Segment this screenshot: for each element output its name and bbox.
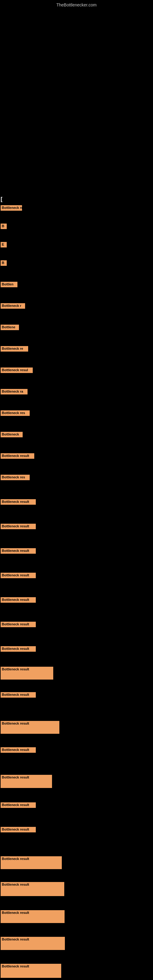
bottleneck-result-label: Bottleneck result	[1, 856, 62, 869]
bottleneck-result-label: Bottleneck resul	[1, 368, 33, 373]
bottleneck-result-label: Bottleneck result	[1, 548, 36, 554]
bottleneck-result-label: Bottleneck res	[1, 410, 30, 416]
bottleneck-result-label: Bottleneck result	[1, 910, 65, 923]
bottleneck-result-label: Bottleneck	[1, 432, 22, 438]
bottleneck-result-label: Bottleneck result	[1, 692, 36, 698]
bottleneck-result-label: Bottleneck result	[1, 499, 36, 505]
bottleneck-result-label: Bottleneck result	[1, 205, 22, 211]
bottleneck-result-label: Bottleneck re	[1, 346, 28, 352]
bottleneck-result-label: Bottleneck result	[1, 747, 36, 753]
bottleneck-result-label: Bottleneck result	[1, 937, 65, 950]
bottleneck-result-label: Bottleneck result	[1, 802, 36, 808]
bottleneck-result-label: Bottleneck res	[1, 475, 30, 480]
bottleneck-result-label: Bottleneck r	[1, 303, 25, 309]
bottleneck-result-label: Bottleneck result	[1, 667, 53, 679]
bottleneck-result-label: Bottleneck result	[1, 721, 59, 734]
site-title: TheBottlenecker.com	[56, 2, 97, 7]
bottleneck-result-label: Bottleneck ra	[1, 389, 27, 395]
bottleneck-result-label: Bottleneck result	[1, 646, 36, 652]
bottleneck-result-label: Bottleneck result	[1, 622, 36, 627]
bottleneck-result-label: Bottleneck result	[1, 882, 64, 896]
bottleneck-result-label: B	[1, 260, 7, 266]
bottleneck-result-label: Bottlene	[1, 325, 19, 330]
bottleneck-result-label: Bottlen	[1, 282, 18, 287]
bottleneck-result-label: Bottleneck result	[1, 827, 36, 832]
bottleneck-result-label: Bottleneck result	[1, 597, 36, 603]
bottleneck-result-label: E	[1, 242, 7, 247]
bottleneck-result-label: Bottleneck result	[1, 964, 61, 978]
bottleneck-result-label: Bottleneck result	[1, 524, 36, 529]
bottleneck-result-label: Bottleneck result	[1, 453, 34, 459]
bottleneck-result-label: Bottleneck result	[1, 573, 36, 578]
bracket-label: [	[1, 196, 2, 202]
bottleneck-result-label: B	[1, 224, 7, 229]
bottleneck-result-label: Bottleneck result	[1, 775, 52, 788]
